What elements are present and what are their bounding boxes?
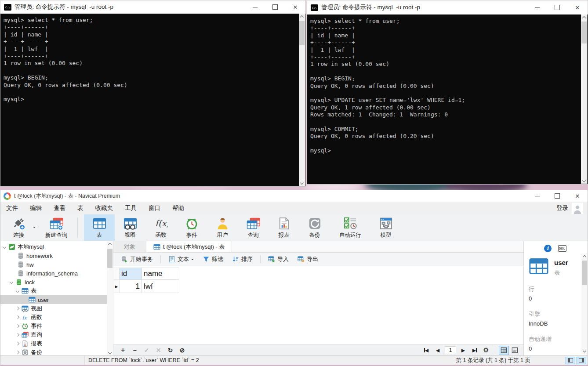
column-header-id[interactable]: id [120,268,142,280]
maximize-button[interactable] [547,0,567,14]
filter-button[interactable]: 筛选 [200,254,226,265]
terminal-titlebar[interactable]: C:\ 管理员: 命令提示符 - mysql -u root -p ✕ [307,0,588,14]
minimize-button[interactable] [527,190,547,202]
tree-item-database[interactable]: information_schema [0,269,107,278]
scroll-down-icon[interactable] [299,179,305,186]
menu-edit[interactable]: 编辑 [30,204,42,212]
menu-view[interactable]: 查看 [54,204,65,212]
tree-item-queries[interactable]: 查询 [0,330,107,339]
tree-item-database[interactable]: homework [0,251,107,260]
previous-record-button[interactable]: ◀ [432,346,443,355]
toolbar-view-button[interactable]: 视图 [115,214,145,241]
scrollbar-thumb[interactable] [582,261,587,285]
menu-tools[interactable]: 工具 [125,204,137,212]
page-number-field[interactable]: 1 [445,346,456,354]
chevron-collapsed-icon[interactable] [16,324,19,328]
toolbar-function-button[interactable]: f(x) 函数 [145,214,176,241]
info-panel-scrollbar[interactable] [581,254,588,354]
navicat-titlebar[interactable]: t @lock (本地mysql) - 表 - Navicat Premium … [0,190,588,202]
scrollbar-thumb[interactable] [581,22,587,43]
refresh-button[interactable]: ↻ [164,347,176,354]
toolbar-model-button[interactable]: 模型 [370,214,401,241]
minimize-button[interactable] [245,0,265,14]
terminal-output[interactable]: mysql> select * from user; +----+------+… [1,14,305,186]
ddl-tab[interactable]: DDL [558,245,566,252]
chevron-collapsed-icon[interactable] [16,333,19,337]
connect-dropdown-caret[interactable] [31,214,38,241]
tree-scrollbar[interactable] [107,241,113,355]
close-button[interactable]: ✕ [285,0,305,14]
scroll-down-icon[interactable] [107,349,113,355]
tree-item-backups[interactable]: 备份 [0,348,107,357]
export-button[interactable]: 导出 [294,254,321,265]
info-tab-icon[interactable]: i [544,245,552,252]
menu-file[interactable]: 文件 [6,204,18,212]
add-record-button[interactable]: ＋ [117,346,129,354]
chevron-expanded-icon[interactable] [16,289,19,293]
toolbar-user-button[interactable]: 用户 [207,214,238,241]
first-record-button[interactable]: ◀ [421,346,432,355]
scroll-down-icon[interactable] [581,347,588,354]
next-record-button[interactable]: ▶ [458,346,468,355]
tree-item-database[interactable]: hw [0,260,107,269]
cell-name[interactable]: lwf [142,280,179,293]
chevron-collapsed-icon[interactable] [16,307,19,310]
tree-item-functions[interactable]: fx 函数 [0,313,107,322]
maximize-button[interactable] [265,0,285,14]
login-link[interactable]: 登录 [556,204,568,212]
form-view-button[interactable] [510,346,520,355]
menu-window[interactable]: 窗口 [149,204,160,212]
tree-item-reports[interactable]: 报表 [0,339,107,348]
discard-changes-button[interactable]: ✕ [152,347,164,354]
chevron-expanded-icon[interactable] [3,245,6,249]
tree-item-database-open[interactable]: lock [0,278,107,286]
sort-button[interactable]: 排序 [229,254,256,265]
column-header-name[interactable]: name [142,268,179,280]
terminal-titlebar[interactable]: C:\ 管理员: 命令提示符 - mysql -u root -p ✕ [0,0,305,14]
settings-gear-icon[interactable]: ⚙ [481,346,491,355]
chevron-collapsed-icon[interactable] [16,315,19,319]
grid-row[interactable]: ▶ 1 lwf [114,280,523,293]
scrollbar-thumb[interactable] [107,249,113,268]
toolbar-table-button[interactable]: 表 [84,214,115,241]
toolbar-connect-button[interactable]: 连接 [7,214,31,241]
chevron-expanded-icon[interactable] [10,280,13,284]
scroll-up-icon[interactable] [581,14,587,21]
toolbar-automation-button[interactable]: 自动运行 [330,214,370,241]
apply-changes-button[interactable]: ✓ [141,347,152,354]
cell-id[interactable]: 1 [120,280,142,293]
toggle-right-panel-button[interactable] [577,357,586,364]
toolbar-query-button[interactable]: 查询 [238,214,269,241]
grid-view-button[interactable] [499,346,509,355]
menu-favorites[interactable]: 收藏夹 [95,204,113,212]
tree-item-views[interactable]: 视图 [0,304,107,313]
scroll-down-icon[interactable] [581,177,587,184]
terminal-scrollbar[interactable] [581,14,587,184]
scroll-up-icon[interactable] [299,14,305,20]
tab-objects[interactable]: 对象 [113,241,146,252]
chevron-collapsed-icon[interactable] [16,351,19,354]
tree-item-connection[interactable]: 本地mysql [0,243,107,251]
stop-button[interactable]: ⊘ [176,347,188,354]
tab-table-user[interactable]: t @lock (本地mysql) - 表 [146,241,232,252]
toolbar-report-button[interactable]: 报表 [269,214,299,241]
menu-help[interactable]: 帮助 [172,204,184,212]
maximize-button[interactable] [547,190,567,202]
terminal-output[interactable]: mysql> select * from user; +----+------+… [308,14,587,184]
text-mode-button[interactable]: 文本 [165,254,197,265]
close-button[interactable]: ✕ [567,0,588,14]
import-button[interactable]: 导入 [265,254,292,265]
scrollbar-thumb[interactable] [299,21,305,45]
user-avatar[interactable] [572,203,583,214]
tree-item-tables[interactable]: 表 [0,286,107,295]
tree-item-user-table[interactable]: user [0,295,107,304]
toolbar-backup-button[interactable]: 备份 [299,214,330,241]
chevron-collapsed-icon[interactable] [16,342,19,345]
tree-item-events[interactable]: 事件 [0,322,107,330]
minimize-button[interactable] [527,0,547,14]
menu-table[interactable]: 表 [77,204,83,212]
last-record-button[interactable]: ▶ [469,346,480,355]
begin-transaction-button[interactable]: 开始事务 [118,254,156,265]
scroll-up-icon[interactable] [581,254,588,260]
toolbar-new-query-button[interactable]: 新建查询 [38,214,75,241]
